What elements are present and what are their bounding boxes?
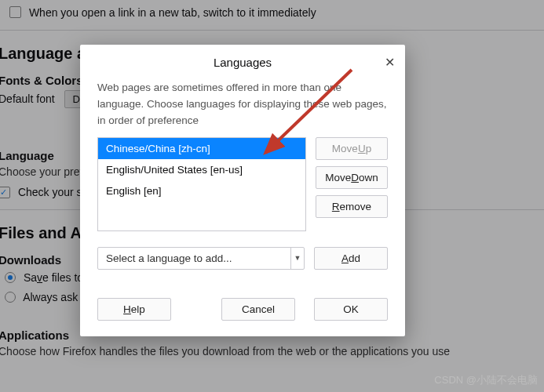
add-language-select[interactable]: Select a language to add... ▼ (97, 247, 305, 270)
watermark: CSDN @小陆不会电脑 (434, 373, 538, 387)
select-placeholder: Select a language to add... (98, 248, 290, 269)
languages-dialog: Languages ✕ Web pages are sometimes offe… (80, 45, 405, 336)
move-down-button[interactable]: Move Down (316, 166, 388, 189)
help-button[interactable]: Help (97, 298, 171, 321)
close-icon[interactable]: ✕ (382, 54, 397, 70)
ok-button[interactable]: OK (314, 298, 388, 321)
list-item[interactable]: English/United States [en-us] (98, 159, 305, 180)
list-item[interactable]: Chinese/China [zh-cn] (98, 138, 305, 159)
add-button[interactable]: Add (314, 247, 388, 270)
list-item[interactable]: English [en] (98, 180, 305, 201)
cancel-button[interactable]: Cancel (221, 298, 295, 321)
chevron-down-icon: ▼ (290, 248, 304, 269)
dialog-title: Languages (214, 56, 272, 69)
remove-button[interactable]: Remove (316, 195, 388, 218)
move-up-button[interactable]: Move Up (316, 137, 388, 160)
dialog-description: Web pages are sometimes offered in more … (97, 80, 388, 129)
language-list[interactable]: Chinese/China [zh-cn] English/United Sta… (97, 137, 306, 231)
